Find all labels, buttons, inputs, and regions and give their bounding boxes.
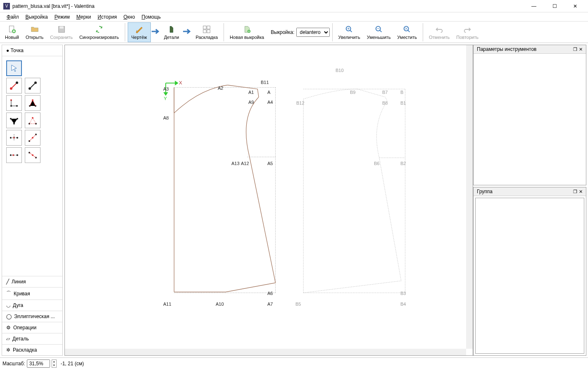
details-label: Детали (164, 35, 179, 40)
save-button[interactable]: Сохранить (47, 22, 76, 42)
details-icon (167, 24, 176, 34)
svg-rect-4 (203, 26, 206, 29)
panel-float-icon[interactable]: ❐ (573, 189, 577, 194)
zoom-fit-label: Уместить (397, 35, 417, 40)
undo-button[interactable]: Отменить (426, 22, 453, 42)
titlebar: V pattern_blusa.val [bra.vit*] - Valenti… (0, 0, 588, 12)
panel-title-props: Параметры инструментов (477, 46, 571, 52)
zoom-in-label: Увеличить (338, 35, 360, 40)
svg-rect-7 (207, 30, 210, 33)
svg-line-17 (31, 84, 35, 88)
section-elliptic[interactable]: ◯Эллиптическая ... (2, 311, 62, 322)
tool-line-point-1[interactable] (6, 78, 22, 93)
label-A9: A9 (248, 100, 254, 105)
scale-input[interactable] (27, 359, 50, 368)
tool-bisector[interactable] (6, 113, 22, 128)
menu-measurements[interactable]: Мерки (73, 13, 94, 21)
svg-text:Y: Y (164, 96, 167, 101)
svg-line-14 (12, 84, 16, 88)
zoom-in-button[interactable]: Увеличить (335, 22, 364, 42)
arrow-icon (151, 28, 161, 36)
tool-line-point-2[interactable] (25, 78, 40, 93)
menu-mode[interactable]: Режим (51, 13, 73, 21)
group-list[interactable] (475, 198, 584, 354)
tool-perp-1[interactable] (6, 130, 22, 146)
open-label: Открыть (26, 35, 43, 40)
drawing-icon (135, 24, 144, 34)
tool-triangle[interactable] (25, 113, 40, 128)
label-B2: B2 (400, 161, 406, 166)
section-layout[interactable]: ✲Раскладка (2, 344, 62, 355)
app-icon: V (3, 3, 10, 10)
panel-close-icon[interactable]: ✕ (579, 47, 583, 52)
arrow-icon-2 (182, 28, 192, 36)
zoom-out-icon (374, 24, 383, 34)
tool-angle-point-1[interactable] (6, 95, 22, 111)
label-B5: B5 (295, 302, 301, 307)
label-A13: A13 (231, 161, 240, 166)
label-A12: A12 (241, 161, 249, 166)
redo-button[interactable]: Повторить (453, 22, 482, 42)
tool-intersect-2[interactable] (25, 147, 40, 163)
panel-title-group: Группа (477, 189, 571, 194)
drawing-canvas[interactable]: X Y (65, 45, 466, 349)
section-detail[interactable]: ▱Деталь (2, 333, 62, 344)
label-A2: A2 (218, 86, 223, 91)
section-arc[interactable]: ◡Дуга (2, 300, 62, 311)
pattern-select-label: Выкройка: (271, 29, 294, 35)
minimize-button[interactable]: — (528, 3, 540, 9)
scale-label: Масштаб: (2, 361, 25, 367)
maximize-button[interactable]: ☐ (548, 3, 561, 9)
menu-window[interactable]: Окно (120, 13, 138, 21)
label-A1: A1 (248, 90, 254, 95)
svg-rect-6 (203, 30, 206, 33)
drawing-mode-button[interactable]: Чертёж (128, 22, 151, 42)
save-icon (57, 24, 66, 34)
sync-button[interactable]: Синхронизировать (76, 22, 122, 42)
tool-intersect-1[interactable] (6, 147, 22, 163)
vertical-scrollbar[interactable] (466, 45, 473, 349)
zoom-out-label: Уменьшить (367, 35, 391, 40)
toolbar: Новый Открыть Сохранить Синхронизировать… (0, 22, 588, 43)
panel-float-icon[interactable]: ❐ (573, 47, 577, 52)
label-B: B (400, 90, 403, 95)
section-line[interactable]: ╱Линия (2, 276, 62, 287)
zoom-out-button[interactable]: Уменьшить (364, 22, 394, 42)
new-file-icon (7, 24, 17, 34)
group-panel: Группа ❐ ✕ (473, 187, 586, 356)
menu-help[interactable]: Помощь (138, 13, 164, 21)
details-mode-button[interactable]: Детали (161, 22, 183, 42)
sync-label: Синхронизировать (79, 35, 119, 40)
label-A6: A6 (267, 291, 273, 296)
sync-icon (95, 24, 104, 34)
section-operations[interactable]: ⚙Операции (2, 322, 62, 333)
section-point[interactable]: ● Точка (2, 45, 62, 56)
label-A: A (267, 90, 270, 95)
label-B8: B8 (382, 101, 388, 105)
layout-icon (202, 24, 211, 34)
menu-file[interactable]: Файл (3, 13, 22, 21)
new-button[interactable]: Новый (2, 22, 22, 42)
tool-properties-panel: Параметры инструментов ❐ ✕ (473, 45, 586, 185)
new-pattern-button[interactable]: Новая выкройка (226, 22, 267, 42)
open-folder-icon (30, 24, 39, 34)
window-title: pattern_blusa.val [bra.vit*] - Valentina (12, 3, 528, 9)
label-B1: B1 (400, 101, 406, 105)
canvas-area: X Y (64, 45, 473, 356)
pattern-select[interactable]: delantero (296, 28, 330, 37)
tool-angle-point-2[interactable] (25, 95, 40, 111)
open-button[interactable]: Открыть (22, 22, 47, 42)
zoom-fit-button[interactable]: Уместить (394, 22, 420, 42)
scale-spinner[interactable]: ▲▼ (52, 359, 57, 368)
menu-history[interactable]: История (94, 13, 120, 21)
horizontal-scrollbar[interactable] (65, 349, 466, 355)
label-B6: B6 (374, 161, 379, 166)
label-B10: B10 (336, 68, 344, 73)
layout-mode-button[interactable]: Раскладка (192, 22, 221, 42)
panel-close-icon[interactable]: ✕ (579, 189, 583, 194)
tool-pointer[interactable] (6, 60, 22, 76)
close-button[interactable]: ✕ (569, 3, 581, 9)
tool-perp-2[interactable] (25, 130, 40, 146)
menu-pattern[interactable]: Выкройка (22, 13, 51, 21)
section-curve[interactable]: ⌒Кривая (2, 287, 62, 300)
